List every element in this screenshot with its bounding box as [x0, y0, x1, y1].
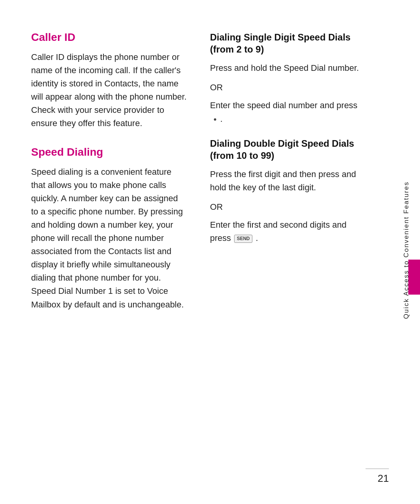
single-digit-body1: Press and hold the Speed Dial number. [210, 61, 366, 75]
right-column: Dialing Single Digit Speed Dials (from 2… [210, 31, 366, 327]
double-digit-body1: Press the first digit and then press and… [210, 168, 366, 194]
send-button-icon: SEND [234, 235, 252, 243]
double-digit-title: Dialing Double Digit Speed Dials (from 1… [210, 137, 366, 162]
speed-dialing-body: Speed dialing is a convenient feature th… [31, 165, 187, 311]
double-digit-body2: Enter the first and second digits and pr… [210, 218, 366, 245]
content-area: Caller ID Caller ID displays the phone n… [31, 31, 369, 327]
page-container: Caller ID Caller ID displays the phone n… [0, 0, 420, 504]
divider-line [366, 469, 389, 469]
speed-dialing-title: Speed Dialing [31, 146, 187, 158]
two-column-layout: Caller ID Caller ID displays the phone n… [31, 31, 369, 327]
caller-id-title: Caller ID [31, 31, 187, 44]
single-digit-or: OR [210, 83, 366, 93]
sidebar-label: Quick Access to Convenient Features [402, 181, 410, 319]
sidebar-wrapper: Quick Access to Convenient Features [393, 0, 420, 504]
double-digit-or: OR [210, 202, 366, 212]
left-column: Caller ID Caller ID displays the phone n… [31, 31, 187, 327]
page-number: 21 [378, 472, 389, 485]
single-digit-body2: Enter the speed dial number and press . [210, 99, 366, 125]
sidebar-accent-bar [408, 260, 420, 295]
caller-id-body: Caller ID displays the phone number or n… [31, 51, 187, 130]
single-digit-title: Dialing Single Digit Speed Dials (from 2… [210, 31, 366, 55]
speed-dial-dot-icon [214, 118, 216, 121]
